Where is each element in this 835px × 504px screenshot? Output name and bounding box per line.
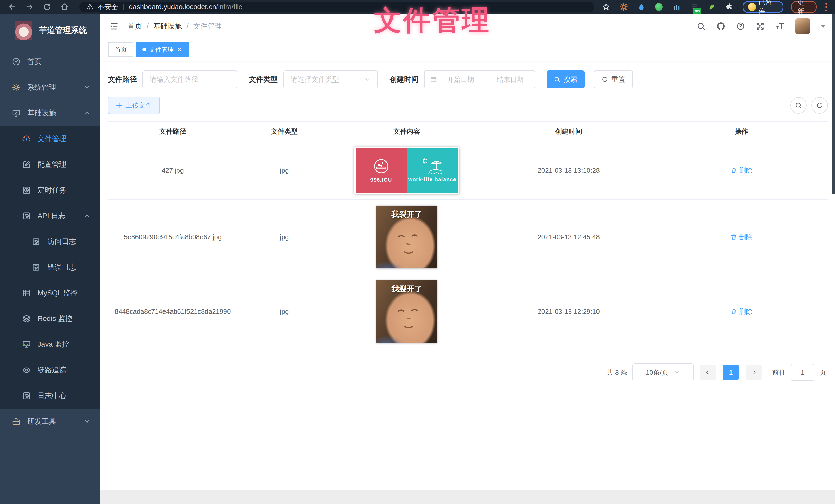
arrow-left-icon bbox=[8, 3, 17, 11]
trash-icon bbox=[730, 167, 737, 174]
sidebar-collapse-button[interactable] bbox=[109, 22, 119, 31]
navbar-actions bbox=[697, 18, 826, 34]
eye-icon bbox=[22, 366, 31, 375]
calendar-icon bbox=[430, 76, 437, 83]
date-range-picker[interactable]: 开始日期 - 结束日期 bbox=[424, 70, 535, 88]
layers-icon bbox=[22, 314, 31, 323]
sidebar-item-file[interactable]: 文件管理 bbox=[0, 126, 100, 152]
sidebar-item-log-center[interactable]: 日志中心 bbox=[0, 383, 100, 408]
sidebar-item-error-log[interactable]: 错误日志 bbox=[0, 254, 100, 280]
table-row: 427.jpg jpg 996.ICU work-life balance bbox=[108, 141, 828, 200]
font-size-icon[interactable] bbox=[775, 22, 785, 31]
scrollbar-thumb[interactable] bbox=[832, 14, 835, 194]
browser-address-bar[interactable]: 不安全 dashboard.yudao.iocoder.cn/infra/fil… bbox=[79, 2, 594, 12]
github-icon[interactable] bbox=[716, 22, 726, 31]
breadcrumb-section[interactable]: 基础设施 bbox=[153, 21, 182, 31]
sidebar-item-devtools[interactable]: 研发工具 bbox=[0, 408, 100, 434]
log-pencil-icon bbox=[32, 237, 41, 246]
beach-umbrella-icon bbox=[420, 158, 445, 174]
extensions-puzzle-icon[interactable] bbox=[724, 1, 735, 13]
plus-icon bbox=[116, 102, 122, 109]
goto-page-input[interactable] bbox=[791, 364, 814, 381]
extension-drop-icon[interactable] bbox=[636, 1, 647, 13]
fold-icon bbox=[109, 22, 119, 31]
sidebar-item-java[interactable]: Java 监控 bbox=[0, 332, 100, 357]
sidebar-item-job[interactable]: 定时任务 bbox=[0, 177, 100, 203]
log-pencil-icon bbox=[22, 211, 31, 220]
header-search-icon[interactable] bbox=[697, 22, 706, 30]
search-icon bbox=[795, 102, 802, 109]
search-button[interactable]: 搜索 bbox=[547, 70, 585, 88]
breadcrumb-home[interactable]: 首页 bbox=[127, 21, 142, 31]
browser-back-button[interactable] bbox=[5, 2, 19, 12]
sidebar-item-system[interactable]: 系统管理 bbox=[0, 75, 100, 100]
file-preview-image[interactable]: 我裂开了 bbox=[376, 206, 437, 268]
extension-leaf-icon[interactable] bbox=[707, 1, 717, 13]
chevron-down-icon bbox=[84, 418, 90, 425]
extension-switch-icon[interactable]: on bbox=[689, 1, 700, 13]
sidebar-item-mysql[interactable]: MySQL 监控 bbox=[0, 280, 100, 306]
log-pencil-icon bbox=[32, 263, 41, 271]
browser-home-button[interactable] bbox=[58, 2, 72, 12]
breadcrumb-separator: / bbox=[146, 22, 148, 30]
extension-gear-icon[interactable] bbox=[618, 1, 629, 13]
avatar[interactable] bbox=[795, 18, 810, 34]
fullscreen-icon[interactable] bbox=[756, 22, 765, 30]
drop-icon bbox=[637, 3, 645, 11]
url-path: /infra/file bbox=[216, 3, 242, 11]
toolbox-icon bbox=[12, 417, 21, 426]
browser-refresh-button[interactable] bbox=[40, 2, 54, 12]
file-type-select[interactable]: 请选择文件类型 bbox=[283, 70, 378, 88]
sidebar-item-infra[interactable]: 基础设施 bbox=[0, 100, 100, 126]
page-size-select[interactable]: 10条/页 bbox=[632, 363, 694, 381]
app-logo[interactable]: 芋道管理系统 bbox=[0, 14, 100, 47]
delete-button[interactable]: 删除 bbox=[730, 166, 752, 175]
sidebar-item-redis[interactable]: Redis 监控 bbox=[0, 306, 100, 332]
file-table: 文件路径 文件类型 文件内容 创建时间 操作 427.jpg jpg 996.I bbox=[108, 121, 828, 349]
browser-menu-icon[interactable] bbox=[823, 2, 830, 12]
database-icon bbox=[22, 289, 31, 297]
delete-button[interactable]: 删除 bbox=[730, 307, 752, 316]
cell-actions: 删除 bbox=[655, 166, 828, 175]
cell-file-path: 5e8609290e915c4fa8b08e67.jpg bbox=[108, 233, 238, 241]
sidebar-item-home[interactable]: 首页 bbox=[0, 49, 100, 75]
file-type-label: 文件类型 bbox=[249, 75, 278, 84]
profile-paused-badge[interactable]: 已暂停 bbox=[743, 1, 783, 13]
date-end-placeholder[interactable]: 结束日期 bbox=[490, 75, 530, 84]
extension-columns-icon[interactable] bbox=[671, 1, 682, 13]
chevron-up-icon bbox=[84, 110, 90, 117]
refresh-icon bbox=[816, 102, 823, 109]
tab-close-icon[interactable] bbox=[177, 47, 183, 52]
sidebar-item-trace[interactable]: 链路追踪 bbox=[0, 357, 100, 383]
toggle-search-button[interactable] bbox=[790, 97, 807, 113]
screen: 不安全 dashboard.yudao.iocoder.cn/infra/fil… bbox=[0, 0, 835, 504]
file-path-input[interactable] bbox=[142, 70, 237, 88]
prev-page-button[interactable] bbox=[700, 365, 716, 380]
upload-file-button[interactable]: 上传文件 bbox=[108, 97, 160, 114]
date-start-placeholder[interactable]: 开始日期 bbox=[441, 75, 480, 84]
profile-emoji-icon bbox=[748, 3, 756, 11]
file-preview-image[interactable]: 996.ICU work-life balance bbox=[354, 147, 459, 194]
breadcrumb-separator: / bbox=[187, 22, 189, 30]
leaf-icon bbox=[708, 3, 715, 10]
browser-forward-button[interactable] bbox=[23, 2, 37, 12]
sidebar-item-config[interactable]: 配置管理 bbox=[0, 152, 100, 177]
arrow-right-icon bbox=[25, 3, 34, 11]
refresh-table-button[interactable] bbox=[811, 97, 828, 113]
help-icon[interactable] bbox=[736, 22, 745, 30]
tab-home[interactable]: 首页 bbox=[108, 42, 133, 57]
delete-button[interactable]: 删除 bbox=[730, 233, 752, 241]
tab-file-management[interactable]: 文件管理 bbox=[136, 42, 189, 57]
next-page-button[interactable] bbox=[746, 365, 762, 380]
page-number-button[interactable]: 1 bbox=[723, 365, 739, 380]
browser-update-button[interactable]: 更新 bbox=[791, 1, 817, 13]
bookmark-star-icon[interactable] bbox=[601, 1, 612, 13]
file-preview-image[interactable]: 我裂开了 bbox=[376, 280, 437, 343]
sidebar-item-api-log[interactable]: API 日志 bbox=[0, 203, 100, 229]
sidebar-item-access-log[interactable]: 访问日志 bbox=[0, 229, 100, 254]
avatar-caret-icon[interactable] bbox=[821, 25, 826, 28]
reset-button[interactable]: 重置 bbox=[594, 70, 633, 88]
chevron-left-icon bbox=[705, 369, 711, 376]
extension-check-icon[interactable] bbox=[653, 1, 665, 13]
col-created: 创建时间 bbox=[482, 127, 655, 136]
